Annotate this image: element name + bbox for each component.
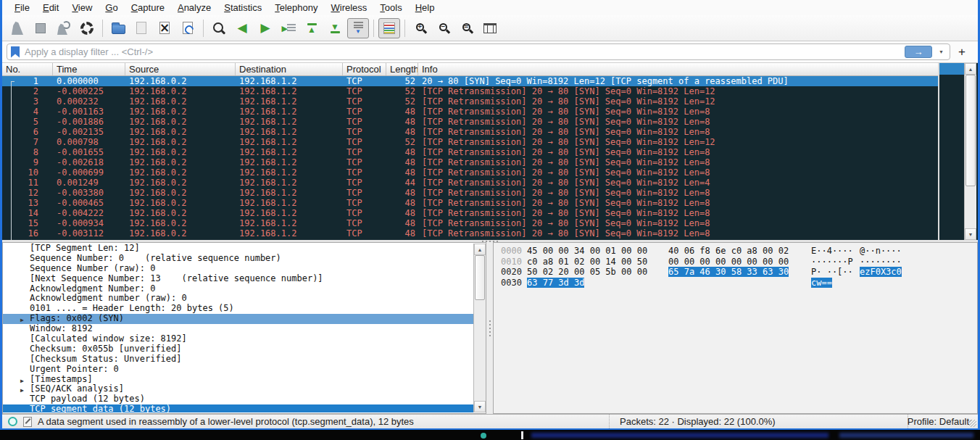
detail-line[interactable]: Sequence Number (raw): 0 <box>3 264 474 274</box>
column-header-source[interactable]: Source <box>125 63 236 75</box>
hex-row[interactable]: 003063 77 3d 3dcw== <box>501 278 977 289</box>
expander-icon[interactable]: ▶ <box>20 315 24 324</box>
column-header-destination[interactable]: Destination <box>236 63 343 75</box>
intelligent-scrollbar-minimap[interactable] <box>938 63 964 240</box>
expert-info-icon[interactable] <box>8 417 17 426</box>
save-file-button[interactable] <box>130 18 152 38</box>
detail-line[interactable]: Acknowledgment number (raw): 0 <box>3 294 474 304</box>
scroll-up-icon[interactable]: ▲ <box>965 63 976 75</box>
packet-row-10[interactable]: 10-0.000699192.168.0.2192.168.1.2TCP48[T… <box>2 167 938 178</box>
details-scrollbar[interactable]: ▲ ▼ <box>473 244 486 412</box>
menu-capture[interactable]: Capture <box>125 1 171 14</box>
menu-help[interactable]: Help <box>409 1 441 14</box>
detail-line[interactable]: Urgent Pointer: 0 <box>3 365 474 375</box>
detail-line[interactable]: [TCP Segment Len: 12] <box>3 244 474 254</box>
find-packet-button[interactable] <box>208 18 230 38</box>
detail-line[interactable]: [Checksum Status: Unverified] <box>3 354 474 365</box>
packet-row-3[interactable]: 30.000232192.168.0.2192.168.1.2TCP52[TCP… <box>2 96 938 107</box>
packet-row-2[interactable]: 2-0.000225192.168.0.2192.168.1.2TCP52[TC… <box>2 86 938 96</box>
detail-line[interactable]: ▶Flags: 0x002 (SYN) <box>3 314 474 324</box>
close-file-button[interactable] <box>154 18 175 38</box>
packet-row-13[interactable]: 13-0.000465192.168.0.2192.168.1.2TCP48[T… <box>2 198 938 208</box>
detail-line[interactable]: Checksum: 0x055b [unverified] <box>3 344 474 354</box>
capture-comment-icon[interactable] <box>23 417 32 427</box>
packet-row-1[interactable]: 10.000000192.168.0.2192.168.1.2TCP5220 →… <box>2 76 938 86</box>
vertical-splitter[interactable] <box>486 242 493 414</box>
packet-list-scrollbar[interactable]: ▲ ▼ <box>964 63 976 240</box>
detail-line[interactable]: ▶[SEQ/ACK analysis] <box>3 384 474 394</box>
detail-line[interactable]: [Calculated window size: 8192] <box>3 334 474 344</box>
resize-columns-button[interactable] <box>479 18 501 38</box>
colorize-packets-button[interactable] <box>378 18 400 38</box>
profile-selector[interactable]: Profile: Default <box>908 415 978 428</box>
hex-offset: 0030 <box>501 278 527 289</box>
details-scroll-up-icon[interactable]: ▲ <box>474 244 486 255</box>
go-first-packet-button[interactable]: ▲ <box>301 18 323 38</box>
menu-analyze[interactable]: Analyze <box>171 1 217 14</box>
filter-bookmark-icon[interactable] <box>11 46 20 58</box>
menu-view[interactable]: View <box>65 1 99 14</box>
menu-tools[interactable]: Tools <box>373 1 408 14</box>
scrollbar-thumb[interactable] <box>966 75 976 186</box>
packet-row-12[interactable]: 12-0.003380192.168.0.2192.168.1.2TCP48[T… <box>2 188 938 198</box>
packet-row-8[interactable]: 8-0.001655192.168.0.2192.168.1.2TCP48[TC… <box>2 147 938 157</box>
menu-edit[interactable]: Edit <box>36 1 65 14</box>
detail-line[interactable]: 0101 .... = Header Length: 20 bytes (5) <box>3 304 474 314</box>
column-header-time[interactable]: Time <box>53 63 125 75</box>
display-filter-input[interactable]: Apply a display filter ... <Ctrl-/> → ▼ <box>7 43 950 60</box>
detail-line[interactable]: [Next Sequence Number: 13 (relative sequ… <box>3 274 474 284</box>
detail-line[interactable]: TCP payload (12 bytes) <box>3 394 474 404</box>
packet-row-16[interactable]: 16-0.003112192.168.0.2192.168.1.2TCP48[T… <box>2 228 938 238</box>
packet-row-15[interactable]: 15-0.000934192.168.0.2192.168.1.2TCP48[T… <box>2 218 938 228</box>
column-header-info[interactable]: Info <box>418 63 938 75</box>
column-header-length[interactable]: Length <box>386 63 418 75</box>
auto-scroll-button[interactable]: ▼ <box>347 18 369 38</box>
start-capture-button[interactable] <box>7 18 28 38</box>
go-back-button[interactable]: ◀ <box>231 18 253 38</box>
hex-row[interactable]: 000045 00 00 34 00 01 00 0040 06 f8 6e c… <box>501 246 977 257</box>
hex-row[interactable]: 002050 02 20 00 05 5b 00 0065 7a 46 30 5… <box>501 267 977 278</box>
detail-line[interactable]: Acknowledgment Number: 0 <box>3 284 474 294</box>
details-scrollbar-track[interactable] <box>474 255 486 401</box>
resize-grip[interactable] <box>969 420 976 427</box>
detail-line[interactable]: Sequence Number: 0 (relative sequence nu… <box>3 254 474 264</box>
hex-row[interactable]: 0010c0 a8 01 02 00 14 00 5000 00 00 00 0… <box>501 257 977 267</box>
packet-row-7[interactable]: 70.000798192.168.0.2192.168.1.2TCP52[TCP… <box>2 137 938 147</box>
packet-row-5[interactable]: 5-0.001886192.168.0.2192.168.1.2TCP48[TC… <box>2 117 938 127</box>
menu-statistics[interactable]: Statistics <box>217 1 268 14</box>
detail-line[interactable]: Window: 8192 <box>3 324 474 334</box>
packet-row-14[interactable]: 14-0.004222192.168.0.2192.168.1.2TCP48[T… <box>2 208 938 218</box>
details-scrollbar-thumb[interactable] <box>475 255 485 300</box>
expander-icon[interactable]: ▶ <box>20 386 24 394</box>
menu-go[interactable]: Go <box>99 1 124 14</box>
column-header-protocol[interactable]: Protocol <box>343 63 386 75</box>
details-scroll-down-icon[interactable]: ▼ <box>474 401 486 412</box>
menu-wireless[interactable]: Wireless <box>325 1 374 14</box>
packet-row-11[interactable]: 110.001249192.168.0.2192.168.1.2TCP44[TC… <box>2 178 938 188</box>
apply-filter-button[interactable]: → <box>905 46 932 58</box>
expander-icon[interactable]: ▶ <box>20 376 24 385</box>
go-to-packet-button[interactable]: ▶ <box>278 18 299 38</box>
add-filter-button[interactable]: + <box>950 45 973 59</box>
packet-row-6[interactable]: 6-0.002135192.168.0.2192.168.1.2TCP48[TC… <box>2 127 938 137</box>
menu-file[interactable]: File <box>8 1 36 14</box>
packet-row-9[interactable]: 9-0.002618192.168.0.2192.168.1.2TCP48[TC… <box>2 157 938 167</box>
scrollbar-track[interactable] <box>965 75 976 228</box>
go-last-packet-button[interactable]: ▼ <box>324 18 346 38</box>
open-file-button[interactable] <box>107 18 129 38</box>
detail-line[interactable]: TCP segment data (12 bytes) <box>3 404 474 412</box>
stop-capture-button[interactable] <box>30 18 51 38</box>
detail-line[interactable]: ▶[Timestamps] <box>3 375 474 385</box>
capture-options-button[interactable] <box>76 18 98 38</box>
packet-row-4[interactable]: 4-0.001163192.168.0.2192.168.1.2TCP48[TC… <box>2 107 938 117</box>
restart-capture-button[interactable] <box>53 18 75 38</box>
filter-history-caret-icon[interactable]: ▼ <box>939 49 944 54</box>
zoom-original-button[interactable]: = <box>456 18 478 38</box>
menu-telephony[interactable]: Telephony <box>268 1 324 14</box>
zoom-out-button[interactable]: − <box>433 18 454 38</box>
go-forward-button[interactable]: ▶ <box>254 18 276 38</box>
scroll-down-icon[interactable]: ▼ <box>965 228 976 240</box>
reload-file-button[interactable] <box>177 18 199 38</box>
column-header-no[interactable]: No. <box>2 63 53 75</box>
zoom-in-button[interactable]: + <box>410 18 431 38</box>
